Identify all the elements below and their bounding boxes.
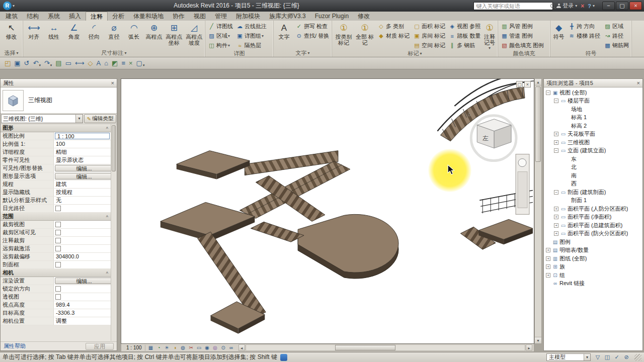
qat-button[interactable]: ◰ [3, 58, 12, 68]
dimension-tool-button[interactable]: ⊞ 高程点 坐标 [164, 22, 184, 46]
property-value[interactable]: 编辑... [55, 173, 111, 179]
detail-tool-button[interactable]: ▣ 详图组 ▾ [234, 31, 268, 41]
select-panel-label[interactable]: 选择▾ [0, 50, 23, 57]
tree-item[interactable]: + ▭ 面积平面 (总建筑面积) [544, 221, 642, 230]
qat-button[interactable]: ▭ [64, 58, 73, 68]
property-row[interactable]: 详细程度 精细 [1, 148, 111, 156]
detail-tool-button[interactable]: ≈ 隔热层 [234, 41, 268, 50]
status-icon[interactable]: ✓ [613, 353, 621, 361]
dimension-tool-button[interactable]: ◿ 高程点 坡度 [184, 22, 204, 46]
property-value[interactable]: 编辑... [55, 165, 111, 171]
property-value[interactable] [55, 286, 61, 292]
canvas-vertical-scrollbar[interactable]: ▲ ▼ [534, 78, 542, 344]
drawing-area[interactable]: 左 ⌂ ▢ × [121, 78, 534, 344]
property-row[interactable]: 相机位置 调整 [1, 317, 111, 325]
view-control-icon[interactable]: ◎ [212, 344, 219, 351]
ribbon-tab[interactable]: 系统 [43, 12, 64, 21]
text-button[interactable]: A 文字 [275, 22, 293, 40]
tree-item[interactable]: 标高 2 [544, 122, 642, 130]
color-fill-button[interactable]: ▦ 管道 图例 [499, 31, 545, 41]
tree-item[interactable]: + ⊡ 组 [544, 271, 642, 280]
tree-item[interactable]: + ▭ 面积平面 (人防分区面积) [544, 205, 642, 213]
dimension-tool-button[interactable]: ↔ 线性 [44, 22, 64, 40]
tree-item[interactable]: 标高 1 [544, 114, 642, 122]
tree-expander-icon[interactable]: + [554, 140, 558, 145]
scrollbar-thumb[interactable] [112, 125, 116, 171]
ribbon-tab[interactable]: 管理 [210, 12, 231, 21]
tree-item[interactable]: − ▣ 视图 (全部) [544, 88, 642, 97]
color-fill-button[interactable]: ▥ 风管 图例 [499, 22, 545, 31]
close-icon[interactable]: × [111, 80, 114, 86]
restore-button[interactable]: ▢ [616, 2, 628, 10]
tree-expander-icon[interactable]: + [546, 273, 550, 278]
tree-item[interactable]: ▤ 图例 [544, 238, 642, 246]
status-icon[interactable]: ⊘ [622, 353, 630, 361]
ribbon-tab[interactable]: 体量和场地 [129, 12, 168, 21]
qat-button[interactable]: ▣ [13, 58, 22, 68]
ribbon-tab[interactable]: 建筑 [1, 12, 22, 21]
property-row[interactable]: 可见性/图形替换 编辑... [1, 164, 111, 172]
application-menu-button[interactable]: R ▾ [0, 2, 18, 10]
tree-expander-icon[interactable]: − [554, 148, 558, 153]
detail-tool-button[interactable]: ╱ 详图线 [206, 22, 234, 31]
property-row[interactable]: 远剪裁激活 [1, 245, 111, 253]
property-row[interactable]: 远剪裁偏移 304800.0 [1, 253, 111, 261]
scroll-down-icon[interactable]: ▼ [535, 337, 541, 343]
scale-control[interactable]: 1 : 100 [123, 345, 145, 351]
property-value[interactable]: 编辑... [55, 278, 111, 284]
property-value[interactable]: 建筑 [54, 180, 111, 188]
qat-button[interactable]: ↺ [23, 58, 31, 68]
status-icon[interactable]: ▽ [594, 353, 602, 361]
stairs-3d-model[interactable]: 左 ⌂ [121, 79, 534, 344]
qat-button[interactable]: ◇ [87, 58, 95, 68]
ribbon-tab[interactable]: 修改 [353, 12, 374, 21]
minimize-button[interactable]: − [602, 2, 615, 10]
property-row[interactable]: 默认分析显示样式 无 [1, 197, 111, 205]
tree-expander-icon[interactable]: + [554, 207, 558, 211]
tag-big-button[interactable]: ① 全部 标记 [354, 22, 375, 46]
tree-expander-icon[interactable]: − [546, 90, 550, 95]
tag-tool-button[interactable]: ◇ 多 类别 [376, 22, 411, 31]
scroll-left-icon[interactable]: ◄ [238, 344, 245, 351]
close-button[interactable]: × [629, 2, 642, 10]
tree-item[interactable]: 北 [544, 163, 642, 172]
property-value[interactable] [55, 230, 61, 235]
canvas-horizontal-scrollbar[interactable]: ◄ ► [238, 344, 532, 351]
tree-expander-icon[interactable]: + [554, 215, 558, 219]
property-value[interactable] [55, 238, 61, 243]
tag-tool-button[interactable]: ▤ 空间 标记 [412, 41, 447, 50]
scrollbar-track[interactable] [246, 344, 525, 351]
chevron-down-icon[interactable]: ▾ [75, 115, 83, 123]
property-value[interactable] [55, 246, 61, 251]
tree-expander-icon[interactable]: − [554, 99, 558, 103]
tree-expander-icon[interactable]: + [554, 223, 558, 228]
qat-button[interactable]: ⌂ [103, 58, 110, 68]
property-value[interactable]: 989.4 [54, 301, 111, 309]
dimension-tool-button[interactable]: ⌀ 直径 [104, 22, 124, 40]
help-button[interactable]: ? ▾ [588, 3, 595, 9]
tree-item[interactable]: + ▥ 图纸 (全部) [544, 254, 642, 263]
ribbon-tab[interactable]: 结构 [22, 12, 43, 21]
properties-scrollbar[interactable] [111, 124, 116, 341]
qat-button[interactable]: ≡ [120, 58, 127, 68]
property-row[interactable]: 锁定的方向 [1, 285, 111, 293]
view-control-icon[interactable]: ◑ [172, 344, 179, 351]
detail-tool-button[interactable]: ☁ 云线批注 [234, 22, 268, 31]
text-tool-button[interactable]: ✓ 拼写 检查 [294, 22, 331, 31]
property-value[interactable]: -3306.3 [54, 309, 111, 317]
tree-item[interactable]: − ▭ 立面 (建筑立面) [544, 147, 642, 155]
symbol-button[interactable]: ◆ 符号 [551, 22, 566, 40]
side-stair-and-column[interactable] [460, 154, 533, 250]
view-control-icon[interactable]: ▦ [147, 344, 154, 351]
property-value[interactable] [55, 294, 61, 300]
property-row[interactable]: 目标高度 -3306.3 [1, 309, 111, 317]
tree-item[interactable]: + ▭ 三维视图 [544, 138, 642, 147]
symbol-tool-button[interactable]: ▩ 钢筋网 [602, 41, 630, 50]
view-control-icon[interactable]: ◔ [155, 344, 163, 351]
symbol-tool-button[interactable]: ↝ 路径 [602, 31, 630, 41]
tree-expander-icon[interactable]: + [554, 231, 558, 236]
status-icon[interactable]: ◫ [603, 353, 611, 361]
tree-expander-icon[interactable]: + [546, 248, 550, 252]
ribbon-tab[interactable]: 分析 [108, 12, 129, 21]
property-row[interactable]: 显示隐藏线 按规程 [1, 189, 111, 197]
